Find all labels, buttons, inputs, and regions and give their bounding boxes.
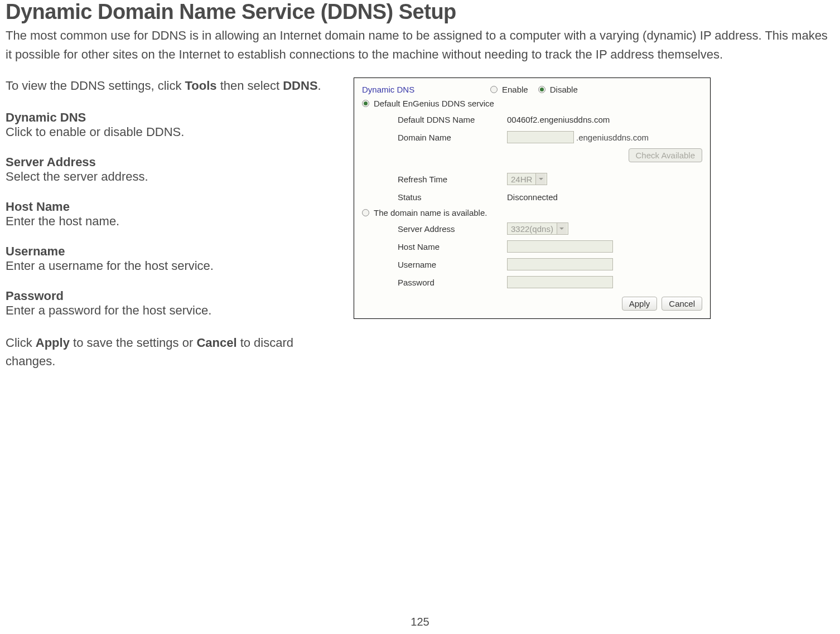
default-service-label: Default EnGenius DDNS service	[374, 99, 494, 108]
enable-radio[interactable]	[490, 86, 498, 93]
page-number: 125	[0, 616, 840, 628]
closing-mid: to save the settings or	[70, 336, 196, 350]
view-mid: then select	[217, 79, 283, 93]
domain-available-radio[interactable]	[362, 209, 369, 216]
host-name-label: Host Name	[398, 242, 507, 251]
description-column: To view the DDNS settings, click Tools t…	[6, 76, 340, 386]
domain-suffix: .engeniusddns.com	[576, 133, 649, 142]
username-input[interactable]	[507, 258, 613, 270]
field-dynamic-dns-title: Dynamic DNS	[6, 110, 340, 125]
view-pre: To view the DDNS settings, click	[6, 79, 185, 93]
view-post: .	[318, 79, 321, 93]
intro-paragraph: The most common use for DDNS is in allow…	[6, 26, 834, 64]
cancel-keyword: Cancel	[196, 336, 236, 350]
default-service-radio[interactable]	[362, 100, 369, 107]
domain-name-input[interactable]	[507, 131, 574, 143]
field-host-name-desc: Enter the host name.	[6, 214, 340, 229]
field-server-address-title: Server Address	[6, 155, 340, 170]
view-instructions: To view the DDNS settings, click Tools t…	[6, 76, 340, 95]
default-ddns-name-label: Default DDNS Name	[398, 115, 507, 124]
tools-keyword: Tools	[185, 79, 217, 93]
server-address-select[interactable]: 3322(qdns)	[507, 222, 568, 235]
apply-button[interactable]: Apply	[622, 297, 658, 311]
server-address-label: Server Address	[398, 224, 507, 234]
page-title: Dynamic Domain Name Service (DDNS) Setup	[6, 0, 834, 24]
server-address-value: 3322(qdns)	[511, 224, 553, 234]
status-value: Disconnected	[507, 192, 558, 202]
disable-label: Disable	[550, 85, 578, 94]
cancel-button[interactable]: Cancel	[662, 297, 702, 311]
chevron-down-icon	[557, 223, 567, 234]
refresh-time-value: 24HR	[511, 175, 532, 184]
host-name-input[interactable]	[507, 240, 613, 253]
disable-radio[interactable]	[538, 86, 545, 93]
password-label: Password	[398, 278, 507, 287]
enable-label: Enable	[502, 85, 528, 94]
closing-pre: Click	[6, 336, 36, 350]
refresh-time-label: Refresh Time	[398, 175, 507, 184]
field-password-desc: Enter a password for the host service.	[6, 303, 340, 318]
username-label: Username	[398, 260, 507, 269]
refresh-time-select[interactable]: 24HR	[507, 173, 547, 185]
field-host-name-title: Host Name	[6, 200, 340, 214]
domain-available-label: The domain name is available.	[374, 208, 487, 217]
apply-keyword: Apply	[36, 336, 70, 350]
chevron-down-icon	[535, 173, 545, 185]
password-input[interactable]	[507, 276, 613, 288]
status-label: Status	[398, 192, 507, 202]
domain-name-label: Domain Name	[398, 133, 507, 142]
closing-paragraph: Click Apply to save the settings or Canc…	[6, 333, 340, 370]
field-server-address-desc: Select the server address.	[6, 170, 340, 184]
ddns-config-panel: Dynamic DNS Enable Disable Default EnGen…	[354, 78, 711, 319]
ddns-keyword: DDNS	[283, 79, 317, 93]
field-username-desc: Enter a username for the host service.	[6, 259, 340, 273]
check-available-button[interactable]: Check Available	[629, 148, 702, 162]
field-dynamic-dns-desc: Click to enable or disable DDNS.	[6, 125, 340, 139]
field-username-title: Username	[6, 244, 340, 259]
default-ddns-name-value: 00460f2.engeniusddns.com	[507, 115, 610, 124]
panel-heading: Dynamic DNS	[362, 85, 490, 94]
field-password-title: Password	[6, 289, 340, 303]
